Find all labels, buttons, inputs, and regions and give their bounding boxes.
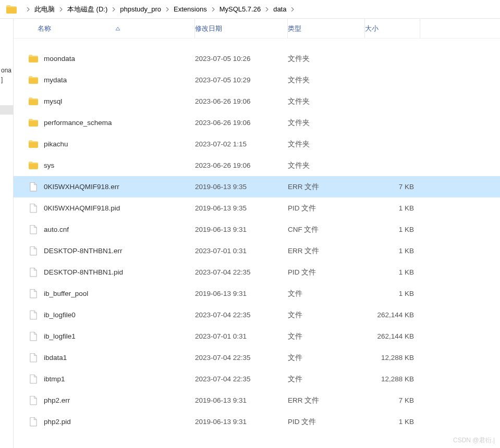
file-date: 2023-06-26 19:06: [195, 97, 288, 105]
file-type: 文件: [288, 375, 365, 384]
breadcrumb-item-this-pc[interactable]: 此电脑: [34, 5, 55, 14]
file-size: 1 KB: [365, 247, 420, 255]
chevron-right-icon[interactable]: [59, 7, 63, 11]
file-date: 2023-07-02 1:15: [195, 140, 288, 148]
file-type: PID 文件: [288, 268, 365, 277]
file-type: ERR 文件: [288, 396, 365, 405]
breadcrumb-item-data[interactable]: data: [273, 5, 286, 13]
file-name: php2.err: [44, 396, 195, 404]
file-type: ERR 文件: [288, 182, 365, 192]
file-size: 1 KB: [365, 268, 420, 276]
file-date: 2023-07-05 10:29: [195, 76, 288, 84]
nav-selection: [0, 105, 13, 115]
folder-icon: [28, 118, 39, 128]
file-size: 7 KB: [365, 183, 420, 191]
folder-icon: [28, 96, 39, 107]
file-type: 文件夹: [288, 118, 365, 128]
table-row[interactable]: ib_logfile02023-07-04 22:35文件262,144 KB: [14, 304, 500, 326]
file-name: performance_schema: [44, 119, 195, 127]
folder-icon: [28, 54, 39, 64]
folder-icon: [28, 139, 39, 150]
breadcrumb-item-phpstudy[interactable]: phpstudy_pro: [120, 5, 161, 13]
file-size: 7 KB: [365, 396, 420, 404]
file-type: 文件: [288, 289, 365, 298]
nav-text: ona: [0, 66, 13, 75]
table-row[interactable]: 0KI5WXHAQMIF918.err2019-06-13 9:35ERR 文件…: [14, 176, 500, 197]
watermark: CSDN @君衍.|: [453, 436, 495, 445]
file-name: mydata: [44, 76, 195, 84]
file-name: sys: [44, 161, 195, 169]
file-name: ib_logfile1: [44, 332, 195, 340]
file-type: PID 文件: [288, 204, 365, 213]
file-name: DESKTOP-8NTHBN1.err: [44, 247, 195, 255]
file-name: ibtmp1: [44, 375, 195, 383]
file-type: 文件: [288, 332, 365, 341]
table-row[interactable]: php2.err2019-06-13 9:31ERR 文件7 KB: [14, 390, 500, 411]
file-date: 2019-06-13 9:31: [195, 226, 288, 233]
file-name: php2.pid: [44, 418, 195, 426]
file-type: 文件夹: [288, 54, 365, 64]
table-row[interactable]: ib_logfile12023-07-01 0:31文件262,144 KB: [14, 326, 500, 347]
folder-icon: [6, 5, 17, 14]
file-name: ibdata1: [44, 354, 195, 362]
navigation-pane[interactable]: ona ]: [0, 19, 14, 448]
breadcrumb: 此电脑 本地磁盘 (D:) phpstudy_pro Extensions My…: [0, 0, 500, 19]
folder-icon: [28, 160, 39, 171]
file-size: 262,144 KB: [365, 311, 420, 319]
column-header-size[interactable]: 大小: [365, 19, 420, 38]
table-row[interactable]: auto.cnf2019-06-13 9:31CNF 文件1 KB: [14, 219, 500, 240]
breadcrumb-item-mysql5726[interactable]: MySQL5.7.26: [219, 5, 261, 13]
file-name: 0KI5WXHAQMIF918.err: [44, 183, 195, 191]
chevron-right-icon[interactable]: [265, 7, 269, 11]
file-type: 文件: [288, 310, 365, 320]
file-size: 12,288 KB: [365, 375, 420, 383]
file-date: 2023-07-04 22:35: [195, 375, 288, 383]
table-row[interactable]: mysql2023-06-26 19:06文件夹: [14, 91, 500, 112]
chevron-right-icon[interactable]: [26, 7, 30, 11]
breadcrumb-item-drive-d[interactable]: 本地磁盘 (D:): [67, 5, 107, 14]
file-name: ib_buffer_pool: [44, 290, 195, 297]
table-row[interactable]: pikachu2023-07-02 1:15文件夹: [14, 133, 500, 155]
table-row[interactable]: ibdata12023-07-04 22:35文件12,288 KB: [14, 347, 500, 368]
file-type: 文件: [288, 353, 365, 363]
table-row[interactable]: DESKTOP-8NTHBN1.err2023-07-01 0:31ERR 文件…: [14, 240, 500, 262]
file-type: 文件夹: [288, 76, 365, 85]
column-header-date[interactable]: 修改日期: [195, 19, 288, 38]
file-type: CNF 文件: [288, 225, 365, 234]
chevron-right-icon[interactable]: [290, 7, 295, 11]
file-type: ERR 文件: [288, 246, 365, 256]
chevron-right-icon[interactable]: [211, 7, 215, 11]
table-row[interactable]: ibtmp12023-07-04 22:35文件12,288 KB: [14, 368, 500, 390]
file-date: 2019-06-13 9:31: [195, 290, 288, 297]
file-size: 1 KB: [365, 204, 420, 212]
table-row[interactable]: moondata2023-07-05 10:26文件夹: [14, 48, 500, 69]
column-header-type[interactable]: 类型: [288, 19, 365, 38]
file-date: 2023-07-04 22:35: [195, 311, 288, 319]
table-row[interactable]: ib_buffer_pool2019-06-13 9:31文件1 KB: [14, 283, 500, 304]
table-row[interactable]: php2.pid2019-06-13 9:31PID 文件1 KB: [14, 411, 500, 432]
table-row[interactable]: DESKTOP-8NTHBN1.pid2023-07-04 22:35PID 文…: [14, 262, 500, 283]
breadcrumb-item-extensions[interactable]: Extensions: [174, 5, 207, 13]
file-type: 文件夹: [288, 140, 365, 149]
table-row[interactable]: performance_schema2023-06-26 19:06文件夹: [14, 112, 500, 133]
chevron-right-icon[interactable]: [112, 7, 116, 11]
file-icon: [28, 246, 39, 256]
file-name: mysql: [44, 97, 195, 105]
file-type: 文件夹: [288, 161, 365, 170]
file-icon: [28, 267, 39, 278]
sort-ascending-icon: [115, 25, 120, 30]
chevron-right-icon[interactable]: [165, 7, 169, 11]
column-header-name[interactable]: 名称: [14, 19, 195, 38]
file-date: 2023-06-26 19:06: [195, 119, 288, 127]
table-row[interactable]: sys2023-06-26 19:06文件夹: [14, 155, 500, 176]
file-size: 12,288 KB: [365, 354, 420, 362]
file-size: 1 KB: [365, 290, 420, 297]
table-row[interactable]: mydata2023-07-05 10:29文件夹: [14, 69, 500, 91]
file-icon: [28, 374, 39, 384]
table-row[interactable]: 0KI5WXHAQMIF918.pid2019-06-13 9:35PID 文件…: [14, 197, 500, 219]
column-headers: 名称 修改日期 类型 大小: [14, 19, 500, 39]
file-name: 0KI5WXHAQMIF918.pid: [44, 204, 195, 212]
file-size: 1 KB: [365, 418, 420, 426]
file-date: 2023-07-04 22:35: [195, 268, 288, 276]
file-date: 2019-06-13 9:31: [195, 396, 288, 404]
